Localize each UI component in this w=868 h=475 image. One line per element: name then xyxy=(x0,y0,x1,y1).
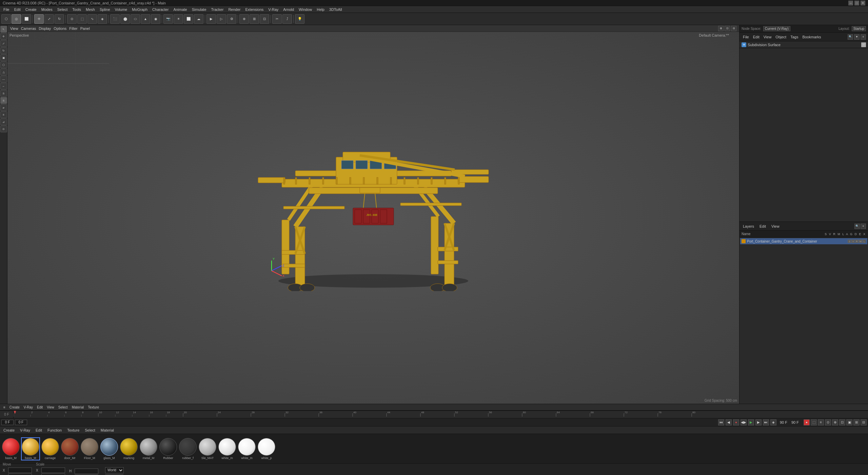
tool-freehand-selection[interactable]: ∿ xyxy=(87,14,97,24)
material-item-marking[interactable]: marking xyxy=(120,438,138,460)
maximize-button[interactable]: □ xyxy=(854,1,859,5)
material-item-glass[interactable]: glass_M xyxy=(100,438,118,460)
create-menu-item[interactable]: Create xyxy=(7,405,22,410)
tool-move[interactable]: ✛ xyxy=(34,14,44,24)
tool-loop-selection[interactable]: ◈ xyxy=(98,14,107,24)
pos-x-field[interactable] xyxy=(8,468,32,473)
btn-play[interactable]: ▶ xyxy=(748,419,754,425)
btn-param-2[interactable]: ⊕ xyxy=(832,419,838,425)
tool-cylinder[interactable]: ⬭ xyxy=(131,14,140,24)
rp-edit-menu[interactable]: Edit xyxy=(752,34,761,40)
layer-visible-icon[interactable]: V xyxy=(851,240,855,243)
menu-3dtoall[interactable]: 3DToAll xyxy=(327,7,344,12)
close-button[interactable]: ✕ xyxy=(861,1,865,5)
tool-extrude[interactable]: ⤴ xyxy=(282,14,292,24)
rp-tags-menu[interactable]: Tags xyxy=(789,34,800,40)
btn-go-next[interactable]: ▶ xyxy=(755,419,762,425)
sidebar-obj5[interactable]: ⌐ xyxy=(0,83,7,90)
viewport-panel-menu[interactable]: Panel xyxy=(80,26,90,31)
material-item-white-p[interactable]: white_p xyxy=(258,438,275,460)
tool-cone[interactable]: ▲ xyxy=(141,14,150,24)
sidebar-obj3[interactable]: △ xyxy=(0,69,7,75)
tool-render-settings[interactable]: ⚙ xyxy=(227,14,236,24)
menu-help[interactable]: Help xyxy=(315,7,327,12)
tool-rect-selection[interactable]: ⬚ xyxy=(77,14,87,24)
menu-mograph[interactable]: MoGraph xyxy=(130,7,150,12)
sidebar-scale-tool[interactable]: ⤢ xyxy=(0,40,7,47)
tool-knife[interactable]: ✂ xyxy=(272,14,282,24)
viewport-display-menu[interactable]: Display xyxy=(39,26,51,31)
tool-light[interactable]: ☀ xyxy=(174,14,183,24)
sidebar-obj1[interactable]: ▣ xyxy=(0,54,7,61)
menu-vray[interactable]: V-Ray xyxy=(266,7,280,12)
menu-edit[interactable]: Edit xyxy=(12,7,23,12)
sidebar-obj2[interactable]: ⬡ xyxy=(0,61,7,68)
material-item-rubber[interactable]: Rubber xyxy=(159,438,177,460)
material-item-sle[interactable]: Sle_MAT xyxy=(199,438,216,460)
timeline-ruler[interactable]: 0 2 4 6 8 10 12 14 16 18 20 xyxy=(14,411,868,418)
scale-y-field[interactable] xyxy=(41,474,65,475)
viewport-maximize-btn[interactable]: ⊞ xyxy=(718,26,724,31)
tool-cube[interactable]: ⬛ xyxy=(110,14,120,24)
view-menu-item2[interactable]: View xyxy=(45,405,56,410)
viewport[interactable]: View Cameras Display Options Filter Pane… xyxy=(7,25,739,404)
select-menu-item[interactable]: Select xyxy=(56,405,70,410)
rp-file-menu[interactable]: File xyxy=(742,34,750,40)
viewport-toggle-btn[interactable]: ⊟ xyxy=(731,26,736,31)
sidebar-obj4[interactable]: — xyxy=(0,76,7,82)
sidebar-obj11[interactable]: ⊙ xyxy=(0,126,7,132)
tool-rotate[interactable]: ↻ xyxy=(55,14,64,24)
btn-param-5[interactable]: ⊞ xyxy=(853,419,860,425)
tool-texture-mode[interactable]: ⬜ xyxy=(22,14,31,24)
tool-sky[interactable]: ☁ xyxy=(194,14,203,24)
btn-go-end[interactable]: ⏭ xyxy=(763,419,769,425)
btn-timeline-mode[interactable]: ≡ xyxy=(818,419,824,425)
mat-create-menu[interactable]: Create xyxy=(2,428,16,433)
layers-search-btn[interactable]: 🔍 xyxy=(854,224,860,229)
btn-param-1[interactable]: ⊙ xyxy=(825,419,831,425)
layers-edit-item[interactable]: Edit xyxy=(758,224,767,229)
layers-view-item[interactable]: View xyxy=(770,224,781,229)
material-item-basis-red[interactable]: basis_M xyxy=(2,438,20,460)
view-menu-item[interactable]: ≡ xyxy=(1,405,7,410)
menu-animate[interactable]: Animate xyxy=(171,7,189,12)
material-item-carriage[interactable]: carriage xyxy=(41,438,59,460)
edit-menu-item[interactable]: Edit xyxy=(35,405,45,410)
layer-solo-icon[interactable]: S xyxy=(848,240,851,243)
window-controls[interactable]: ─ □ ✕ xyxy=(848,1,865,5)
rp-object-menu[interactable]: Object xyxy=(774,34,788,40)
tool-workplane[interactable]: ⊡ xyxy=(260,14,269,24)
tool-torus[interactable]: ◉ xyxy=(151,14,160,24)
material-item-rubber-f[interactable]: rubber_f xyxy=(179,438,197,460)
viewport-settings-btn[interactable]: ⊡ xyxy=(725,26,730,31)
menu-create[interactable]: Create xyxy=(23,7,39,12)
material-item-white2[interactable]: white_m xyxy=(238,438,256,460)
tool-camera[interactable]: 📷 xyxy=(163,14,173,24)
mat-texture-menu[interactable]: Texture xyxy=(66,428,81,433)
sidebar-obj9[interactable]: ≡ xyxy=(0,111,7,118)
layer-manager-icon[interactable]: M xyxy=(859,240,862,243)
layer-lock-icon[interactable]: L xyxy=(863,240,866,243)
material-item-basis-yellow[interactable]: basis_M xyxy=(22,438,39,460)
btn-motion-clip[interactable]: ⬚ xyxy=(811,419,817,425)
tool-sphere[interactable]: ⬤ xyxy=(120,14,130,24)
material-item-floor[interactable]: Floor_M xyxy=(81,438,98,460)
menu-render[interactable]: Render xyxy=(226,7,242,12)
mat-function-menu[interactable]: Function xyxy=(46,428,63,433)
menu-character[interactable]: Character xyxy=(150,7,171,12)
layout-value[interactable]: Startup xyxy=(852,26,866,31)
menu-spline[interactable]: Spline xyxy=(98,7,112,12)
layer-render-icon[interactable]: R xyxy=(855,240,859,243)
sidebar-obj6[interactable]: S xyxy=(0,90,7,97)
menu-window[interactable]: Window xyxy=(297,7,314,12)
material-menu-item[interactable]: Material xyxy=(70,405,86,410)
btn-param-6[interactable]: ⊟ xyxy=(861,419,867,425)
sidebar-obj7[interactable]: S xyxy=(0,97,7,104)
menu-simulate[interactable]: Simulate xyxy=(190,7,209,12)
viewport-view-menu[interactable]: View xyxy=(10,26,18,31)
menu-extensions[interactable]: Extensions xyxy=(243,7,265,12)
sidebar-obj8[interactable]: ⌀ xyxy=(0,104,7,111)
viewport-options-menu[interactable]: Options xyxy=(54,26,66,31)
tool-object-mode[interactable]: ◎ xyxy=(12,14,21,24)
btn-record-mode[interactable]: ● xyxy=(804,419,810,425)
